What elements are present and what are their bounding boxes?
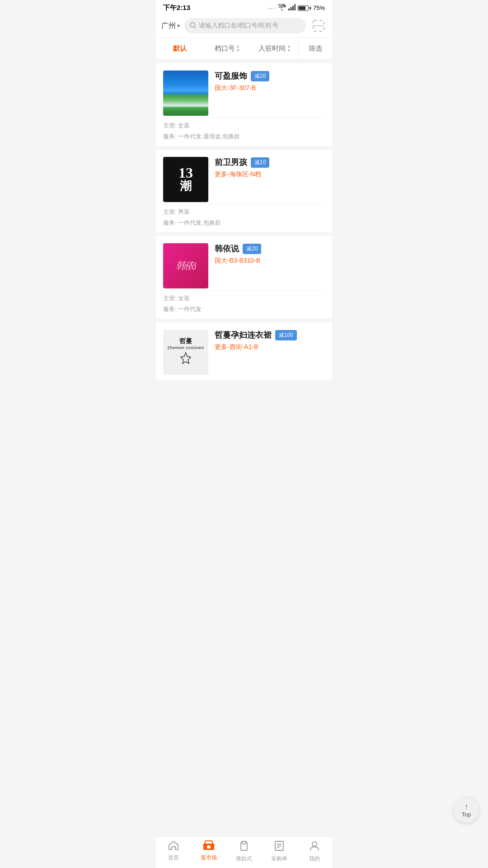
- sort-default[interactable]: 默认: [156, 38, 203, 59]
- battery-percentage: 75%: [313, 5, 325, 11]
- store-thumbnail-qianwei: 13 潮: [163, 157, 208, 202]
- store-location-kying: 国大-3F-307-B: [215, 84, 325, 92]
- search-bar[interactable]: 请输入档口名/档口号/旺旺号: [184, 18, 306, 33]
- store-location-zheman: 更多-西街-A1-B: [215, 343, 325, 351]
- sort-time-label: 入驻时间: [258, 44, 286, 53]
- sort-stall-arrows: ▲ ▼: [236, 45, 240, 52]
- discount-badge-zheman: 减100: [275, 330, 297, 340]
- store-info-qianwei: 前卫男孩 减10 更多-海珠区-N档: [215, 157, 325, 182]
- store-name-hanyi: 韩依说: [215, 243, 239, 254]
- svg-rect-1: [290, 7, 291, 10]
- store-services-kying: 服务: 一件代发,退现金,包换款: [163, 132, 325, 141]
- discount-badge-hanyi: 减20: [243, 244, 261, 254]
- sort-filter-label: 筛选: [309, 44, 322, 53]
- store-card-zheman[interactable]: 哲蔓 Zheman costume 哲蔓孕妇连衣裙 减100 更多-西街-A1-…: [156, 322, 332, 380]
- sort-bar: 默认 档口号 ▲ ▼ 入驻时间 ▲ ▼ 筛选: [156, 38, 332, 60]
- store-thumbnail-kying: [163, 71, 208, 116]
- store-card-qianwei[interactable]: 13 潮 前卫男孩 减10 更多-海珠区-N档 主营: 男装 服务: [156, 150, 332, 232]
- sort-time-arrows: ▲ ▼: [287, 45, 291, 52]
- header: 广州 ▾ 请输入档口名/档口号/旺旺号: [156, 14, 332, 38]
- store-list: 可盈服饰 减20 国大-3F-307-B 主营: 女装 服务: 一件代发,退现金…: [156, 63, 332, 380]
- store-info-zheman: 哲蔓孕妇连衣裙 减100 更多-西街-A1-B: [215, 330, 325, 355]
- store-name-kying: 可盈服饰: [215, 71, 247, 81]
- status-time: 下午2:13: [163, 4, 190, 12]
- store-main-business-qianwei: 主营: 男装: [163, 208, 325, 216]
- store-info-hanyi: 韩依说 减20 国大-B3-B310-B: [215, 243, 325, 269]
- store-location-qianwei: 更多-海珠区-N档: [215, 170, 325, 179]
- sort-time[interactable]: 入驻时间 ▲ ▼: [251, 38, 298, 59]
- status-icons: ···: [268, 4, 325, 12]
- svg-line-5: [194, 27, 196, 28]
- discount-badge-qianwei: 减10: [251, 157, 269, 168]
- store-services-qianwei: 服务: 一件代发,包换款: [163, 219, 325, 227]
- store-location-hanyi: 国大-B3-B310-B: [215, 257, 325, 265]
- signal-bars-icon: [288, 4, 296, 12]
- sort-stall[interactable]: 档口号 ▲ ▼: [203, 38, 251, 59]
- battery-icon: [298, 5, 311, 11]
- store-meta-kying: 主营: 女装 服务: 一件代发,退现金,包换款: [163, 118, 325, 141]
- location-selector[interactable]: 广州 ▾: [161, 21, 180, 31]
- sort-filter[interactable]: 筛选: [298, 38, 332, 59]
- store-name-qianwei: 前卫男孩: [215, 157, 247, 168]
- store-main-business-kying: 主营: 女装: [163, 122, 325, 130]
- svg-rect-0: [288, 9, 290, 10]
- svg-rect-3: [294, 4, 296, 10]
- sort-default-label: 默认: [173, 44, 187, 53]
- wifi-icon: [278, 4, 286, 12]
- store-card-kying[interactable]: 可盈服饰 减20 国大-3F-307-B 主营: 女装 服务: 一件代发,退现金…: [156, 63, 332, 146]
- store-services-hanyi: 服务: 一件代发: [163, 305, 325, 313]
- discount-badge-kying: 减20: [251, 71, 269, 81]
- location-label: 广州: [161, 21, 176, 31]
- store-thumbnail-hanyi: 韩依i: [163, 243, 208, 288]
- store-main-business-hanyi: 主营: 女装: [163, 294, 325, 302]
- chevron-down-icon: ▾: [177, 23, 180, 29]
- store-name-zheman: 哲蔓孕妇连衣裙: [215, 330, 272, 340]
- sort-stall-label: 档口号: [215, 44, 235, 53]
- store-meta-hanyi: 主营: 女装 服务: 一件代发: [163, 290, 325, 313]
- scan-button[interactable]: [310, 18, 327, 34]
- store-meta-qianwei: 主营: 男装 服务: 一件代发,包换款: [163, 204, 325, 227]
- svg-rect-2: [292, 6, 294, 10]
- search-input[interactable]: 请输入档口名/档口号/旺旺号: [199, 22, 278, 30]
- store-card-hanyi[interactable]: 韩依i 韩依说 减20 国大-B3-B310-B 主营: 女装 服务: 一件代发: [156, 236, 332, 319]
- search-icon: [190, 22, 196, 30]
- status-bar: 下午2:13 ···: [156, 0, 332, 14]
- store-info-kying: 可盈服饰 减20 国大-3F-307-B: [215, 71, 325, 96]
- signal-dots-icon: ···: [268, 5, 276, 11]
- store-thumbnail-zheman: 哲蔓 Zheman costume: [163, 330, 208, 375]
